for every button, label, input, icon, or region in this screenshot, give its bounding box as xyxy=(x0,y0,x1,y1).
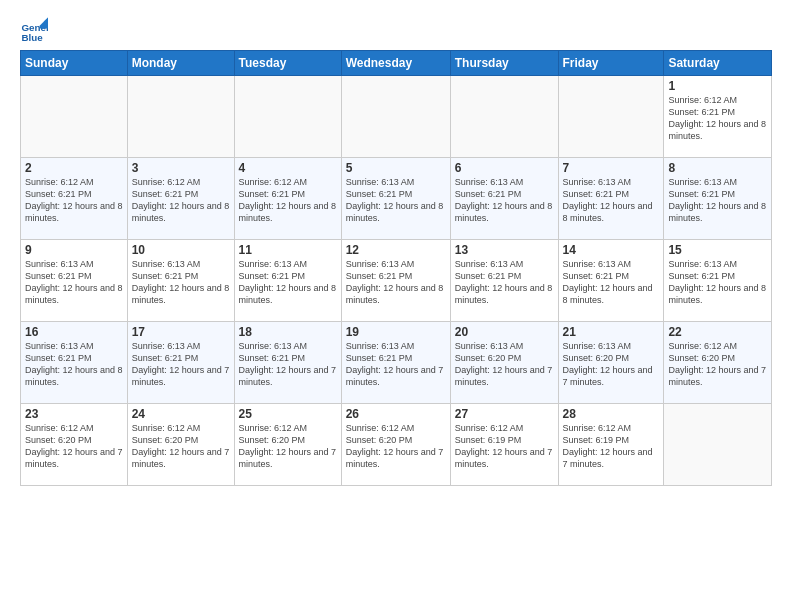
day-info: Sunrise: 6:12 AM Sunset: 6:21 PM Dayligh… xyxy=(132,176,230,225)
day-info: Sunrise: 6:13 AM Sunset: 6:21 PM Dayligh… xyxy=(25,340,123,389)
day-number: 12 xyxy=(346,243,446,257)
day-number: 6 xyxy=(455,161,554,175)
day-info: Sunrise: 6:13 AM Sunset: 6:20 PM Dayligh… xyxy=(563,340,660,389)
calendar-cell: 9Sunrise: 6:13 AM Sunset: 6:21 PM Daylig… xyxy=(21,240,128,322)
calendar-header-wednesday: Wednesday xyxy=(341,51,450,76)
calendar-header-friday: Friday xyxy=(558,51,664,76)
day-info: Sunrise: 6:13 AM Sunset: 6:21 PM Dayligh… xyxy=(132,340,230,389)
calendar-cell: 17Sunrise: 6:13 AM Sunset: 6:21 PM Dayli… xyxy=(127,322,234,404)
calendar-cell xyxy=(341,76,450,158)
calendar-week-row: 23Sunrise: 6:12 AM Sunset: 6:20 PM Dayli… xyxy=(21,404,772,486)
calendar-cell: 19Sunrise: 6:13 AM Sunset: 6:21 PM Dayli… xyxy=(341,322,450,404)
day-info: Sunrise: 6:13 AM Sunset: 6:21 PM Dayligh… xyxy=(346,340,446,389)
day-number: 27 xyxy=(455,407,554,421)
day-info: Sunrise: 6:13 AM Sunset: 6:21 PM Dayligh… xyxy=(25,258,123,307)
day-number: 11 xyxy=(239,243,337,257)
calendar-header-tuesday: Tuesday xyxy=(234,51,341,76)
calendar-cell: 25Sunrise: 6:12 AM Sunset: 6:20 PM Dayli… xyxy=(234,404,341,486)
day-info: Sunrise: 6:12 AM Sunset: 6:20 PM Dayligh… xyxy=(25,422,123,471)
day-info: Sunrise: 6:13 AM Sunset: 6:21 PM Dayligh… xyxy=(346,176,446,225)
calendar-cell xyxy=(664,404,772,486)
day-info: Sunrise: 6:12 AM Sunset: 6:19 PM Dayligh… xyxy=(563,422,660,471)
day-number: 14 xyxy=(563,243,660,257)
calendar-week-row: 1Sunrise: 6:12 AM Sunset: 6:21 PM Daylig… xyxy=(21,76,772,158)
day-info: Sunrise: 6:12 AM Sunset: 6:21 PM Dayligh… xyxy=(668,94,767,143)
calendar-cell: 4Sunrise: 6:12 AM Sunset: 6:21 PM Daylig… xyxy=(234,158,341,240)
day-info: Sunrise: 6:12 AM Sunset: 6:20 PM Dayligh… xyxy=(239,422,337,471)
day-number: 23 xyxy=(25,407,123,421)
day-info: Sunrise: 6:13 AM Sunset: 6:21 PM Dayligh… xyxy=(455,258,554,307)
calendar-header-monday: Monday xyxy=(127,51,234,76)
calendar-cell: 28Sunrise: 6:12 AM Sunset: 6:19 PM Dayli… xyxy=(558,404,664,486)
day-number: 16 xyxy=(25,325,123,339)
header: General Blue xyxy=(20,16,772,44)
svg-text:Blue: Blue xyxy=(21,32,43,43)
calendar-cell: 15Sunrise: 6:13 AM Sunset: 6:21 PM Dayli… xyxy=(664,240,772,322)
calendar-cell: 3Sunrise: 6:12 AM Sunset: 6:21 PM Daylig… xyxy=(127,158,234,240)
day-number: 10 xyxy=(132,243,230,257)
calendar-cell: 23Sunrise: 6:12 AM Sunset: 6:20 PM Dayli… xyxy=(21,404,128,486)
calendar-cell: 27Sunrise: 6:12 AM Sunset: 6:19 PM Dayli… xyxy=(450,404,558,486)
calendar-cell: 8Sunrise: 6:13 AM Sunset: 6:21 PM Daylig… xyxy=(664,158,772,240)
day-number: 3 xyxy=(132,161,230,175)
day-number: 24 xyxy=(132,407,230,421)
day-number: 18 xyxy=(239,325,337,339)
calendar-week-row: 9Sunrise: 6:13 AM Sunset: 6:21 PM Daylig… xyxy=(21,240,772,322)
calendar-cell xyxy=(21,76,128,158)
calendar-header-saturday: Saturday xyxy=(664,51,772,76)
day-number: 1 xyxy=(668,79,767,93)
calendar-cell: 12Sunrise: 6:13 AM Sunset: 6:21 PM Dayli… xyxy=(341,240,450,322)
day-number: 22 xyxy=(668,325,767,339)
day-info: Sunrise: 6:13 AM Sunset: 6:21 PM Dayligh… xyxy=(132,258,230,307)
day-info: Sunrise: 6:13 AM Sunset: 6:21 PM Dayligh… xyxy=(668,258,767,307)
day-number: 15 xyxy=(668,243,767,257)
calendar-table: SundayMondayTuesdayWednesdayThursdayFrid… xyxy=(20,50,772,486)
day-number: 20 xyxy=(455,325,554,339)
day-info: Sunrise: 6:12 AM Sunset: 6:20 PM Dayligh… xyxy=(132,422,230,471)
logo-icon: General Blue xyxy=(20,16,48,44)
day-info: Sunrise: 6:13 AM Sunset: 6:20 PM Dayligh… xyxy=(455,340,554,389)
day-info: Sunrise: 6:13 AM Sunset: 6:21 PM Dayligh… xyxy=(346,258,446,307)
day-info: Sunrise: 6:12 AM Sunset: 6:20 PM Dayligh… xyxy=(346,422,446,471)
calendar-cell: 21Sunrise: 6:13 AM Sunset: 6:20 PM Dayli… xyxy=(558,322,664,404)
calendar-cell: 13Sunrise: 6:13 AM Sunset: 6:21 PM Dayli… xyxy=(450,240,558,322)
day-number: 19 xyxy=(346,325,446,339)
calendar-cell: 18Sunrise: 6:13 AM Sunset: 6:21 PM Dayli… xyxy=(234,322,341,404)
calendar-header-row: SundayMondayTuesdayWednesdayThursdayFrid… xyxy=(21,51,772,76)
calendar-cell: 6Sunrise: 6:13 AM Sunset: 6:21 PM Daylig… xyxy=(450,158,558,240)
calendar-cell xyxy=(558,76,664,158)
calendar-cell: 20Sunrise: 6:13 AM Sunset: 6:20 PM Dayli… xyxy=(450,322,558,404)
calendar-cell: 10Sunrise: 6:13 AM Sunset: 6:21 PM Dayli… xyxy=(127,240,234,322)
calendar-week-row: 16Sunrise: 6:13 AM Sunset: 6:21 PM Dayli… xyxy=(21,322,772,404)
day-info: Sunrise: 6:13 AM Sunset: 6:21 PM Dayligh… xyxy=(563,258,660,307)
calendar-cell: 16Sunrise: 6:13 AM Sunset: 6:21 PM Dayli… xyxy=(21,322,128,404)
calendar-cell: 24Sunrise: 6:12 AM Sunset: 6:20 PM Dayli… xyxy=(127,404,234,486)
day-info: Sunrise: 6:13 AM Sunset: 6:21 PM Dayligh… xyxy=(455,176,554,225)
day-number: 7 xyxy=(563,161,660,175)
calendar-cell: 7Sunrise: 6:13 AM Sunset: 6:21 PM Daylig… xyxy=(558,158,664,240)
day-number: 2 xyxy=(25,161,123,175)
day-info: Sunrise: 6:12 AM Sunset: 6:21 PM Dayligh… xyxy=(25,176,123,225)
day-number: 13 xyxy=(455,243,554,257)
day-number: 17 xyxy=(132,325,230,339)
day-info: Sunrise: 6:12 AM Sunset: 6:21 PM Dayligh… xyxy=(239,176,337,225)
calendar-cell: 2Sunrise: 6:12 AM Sunset: 6:21 PM Daylig… xyxy=(21,158,128,240)
day-number: 5 xyxy=(346,161,446,175)
day-number: 26 xyxy=(346,407,446,421)
calendar-cell: 14Sunrise: 6:13 AM Sunset: 6:21 PM Dayli… xyxy=(558,240,664,322)
calendar-cell: 11Sunrise: 6:13 AM Sunset: 6:21 PM Dayli… xyxy=(234,240,341,322)
calendar-cell: 5Sunrise: 6:13 AM Sunset: 6:21 PM Daylig… xyxy=(341,158,450,240)
day-info: Sunrise: 6:13 AM Sunset: 6:21 PM Dayligh… xyxy=(239,340,337,389)
day-number: 28 xyxy=(563,407,660,421)
day-info: Sunrise: 6:13 AM Sunset: 6:21 PM Dayligh… xyxy=(563,176,660,225)
calendar-cell: 22Sunrise: 6:12 AM Sunset: 6:20 PM Dayli… xyxy=(664,322,772,404)
day-info: Sunrise: 6:12 AM Sunset: 6:20 PM Dayligh… xyxy=(668,340,767,389)
page-container: General Blue SundayMondayTuesdayWednesda… xyxy=(0,0,792,496)
day-number: 21 xyxy=(563,325,660,339)
calendar-header-thursday: Thursday xyxy=(450,51,558,76)
day-info: Sunrise: 6:12 AM Sunset: 6:19 PM Dayligh… xyxy=(455,422,554,471)
calendar-cell xyxy=(450,76,558,158)
calendar-cell xyxy=(234,76,341,158)
calendar-cell: 26Sunrise: 6:12 AM Sunset: 6:20 PM Dayli… xyxy=(341,404,450,486)
calendar-header-sunday: Sunday xyxy=(21,51,128,76)
